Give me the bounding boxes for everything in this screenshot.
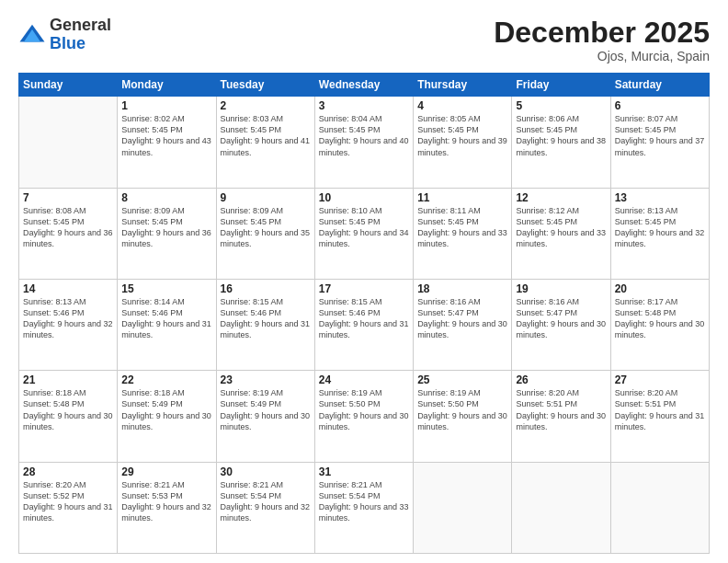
day-cell: 5Sunrise: 8:06 AMSunset: 5:45 PMDaylight…: [512, 97, 610, 188]
day-info: Sunrise: 8:09 AMSunset: 5:45 PMDaylight:…: [221, 205, 311, 250]
day-info: Sunrise: 8:02 AMSunset: 5:45 PMDaylight:…: [121, 113, 211, 158]
day-cell: 17Sunrise: 8:15 AMSunset: 5:46 PMDayligh…: [314, 279, 413, 370]
day-cell: 8Sunrise: 8:09 AMSunset: 5:45 PMDaylight…: [118, 188, 216, 279]
day-info: Sunrise: 8:08 AMSunset: 5:45 PMDaylight:…: [23, 205, 113, 250]
logo-text: General Blue: [50, 17, 111, 53]
day-info: Sunrise: 8:11 AMSunset: 5:45 PMDaylight:…: [417, 205, 507, 250]
day-cell: 16Sunrise: 8:15 AMSunset: 5:46 PMDayligh…: [216, 279, 314, 370]
day-number: 10: [319, 191, 409, 204]
day-cell: 25Sunrise: 8:19 AMSunset: 5:50 PMDayligh…: [414, 371, 512, 462]
logo-general: General: [50, 16, 111, 34]
day-number: 5: [516, 99, 606, 112]
day-cell: 29Sunrise: 8:21 AMSunset: 5:53 PMDayligh…: [118, 462, 216, 553]
day-cell: 27Sunrise: 8:20 AMSunset: 5:51 PMDayligh…: [610, 371, 709, 462]
day-cell: 15Sunrise: 8:14 AMSunset: 5:46 PMDayligh…: [118, 279, 216, 370]
day-info: Sunrise: 8:13 AMSunset: 5:45 PMDaylight:…: [615, 205, 705, 250]
day-number: 13: [615, 191, 705, 204]
day-cell: [19, 97, 118, 188]
day-info: Sunrise: 8:16 AMSunset: 5:47 PMDaylight:…: [516, 296, 606, 341]
col-thursday: Thursday: [414, 74, 512, 97]
day-cell: 2Sunrise: 8:03 AMSunset: 5:45 PMDaylight…: [216, 97, 314, 188]
day-number: 16: [221, 282, 311, 295]
col-saturday: Saturday: [610, 74, 709, 97]
day-cell: 6Sunrise: 8:07 AMSunset: 5:45 PMDaylight…: [610, 97, 709, 188]
day-number: 22: [121, 373, 211, 386]
day-info: Sunrise: 8:15 AMSunset: 5:46 PMDaylight:…: [221, 296, 311, 341]
col-monday: Monday: [118, 74, 216, 97]
day-number: 14: [23, 282, 113, 295]
day-number: 29: [121, 465, 211, 478]
day-info: Sunrise: 8:16 AMSunset: 5:47 PMDaylight:…: [417, 296, 507, 341]
day-number: 12: [516, 191, 606, 204]
day-number: 19: [516, 282, 606, 295]
day-number: 28: [23, 465, 113, 478]
day-info: Sunrise: 8:19 AMSunset: 5:49 PMDaylight:…: [221, 387, 311, 432]
day-number: 26: [516, 373, 606, 386]
day-cell: 23Sunrise: 8:19 AMSunset: 5:49 PMDayligh…: [216, 371, 314, 462]
day-cell: 20Sunrise: 8:17 AMSunset: 5:48 PMDayligh…: [610, 279, 709, 370]
day-cell: [512, 462, 610, 553]
day-number: 30: [221, 465, 311, 478]
day-cell: 22Sunrise: 8:18 AMSunset: 5:49 PMDayligh…: [118, 371, 216, 462]
week-row-2: 14Sunrise: 8:13 AMSunset: 5:46 PMDayligh…: [19, 279, 710, 370]
day-cell: 1Sunrise: 8:02 AMSunset: 5:45 PMDaylight…: [118, 97, 216, 188]
day-cell: 19Sunrise: 8:16 AMSunset: 5:47 PMDayligh…: [512, 279, 610, 370]
calendar-table: Sunday Monday Tuesday Wednesday Thursday…: [18, 73, 710, 554]
day-number: 20: [615, 282, 705, 295]
day-info: Sunrise: 8:19 AMSunset: 5:50 PMDaylight:…: [417, 387, 507, 432]
day-number: 31: [319, 465, 409, 478]
title-block: December 2025 Ojos, Murcia, Spain: [494, 17, 710, 63]
day-info: Sunrise: 8:07 AMSunset: 5:45 PMDaylight:…: [615, 113, 705, 158]
day-number: 17: [319, 282, 409, 295]
day-number: 11: [417, 191, 507, 204]
day-info: Sunrise: 8:20 AMSunset: 5:52 PMDaylight:…: [23, 479, 113, 524]
day-number: 7: [23, 191, 113, 204]
day-number: 1: [121, 99, 211, 112]
day-info: Sunrise: 8:15 AMSunset: 5:46 PMDaylight:…: [319, 296, 409, 341]
day-info: Sunrise: 8:10 AMSunset: 5:45 PMDaylight:…: [319, 205, 409, 250]
week-row-1: 7Sunrise: 8:08 AMSunset: 5:45 PMDaylight…: [19, 188, 710, 279]
page: General Blue December 2025 Ojos, Murcia,…: [0, 0, 728, 563]
day-number: 4: [417, 99, 507, 112]
logo-icon: [18, 21, 46, 49]
day-info: Sunrise: 8:18 AMSunset: 5:49 PMDaylight:…: [121, 387, 211, 432]
day-cell: 3Sunrise: 8:04 AMSunset: 5:45 PMDaylight…: [314, 97, 413, 188]
day-number: 6: [615, 99, 705, 112]
day-cell: 24Sunrise: 8:19 AMSunset: 5:50 PMDayligh…: [314, 371, 413, 462]
week-row-3: 21Sunrise: 8:18 AMSunset: 5:48 PMDayligh…: [19, 371, 710, 462]
day-info: Sunrise: 8:06 AMSunset: 5:45 PMDaylight:…: [516, 113, 606, 158]
day-cell: 28Sunrise: 8:20 AMSunset: 5:52 PMDayligh…: [19, 462, 118, 553]
day-cell: 18Sunrise: 8:16 AMSunset: 5:47 PMDayligh…: [414, 279, 512, 370]
day-info: Sunrise: 8:03 AMSunset: 5:45 PMDaylight:…: [221, 113, 311, 158]
day-info: Sunrise: 8:17 AMSunset: 5:48 PMDaylight:…: [615, 296, 705, 341]
day-number: 8: [121, 191, 211, 204]
day-number: 15: [121, 282, 211, 295]
col-wednesday: Wednesday: [314, 74, 413, 97]
month-title: December 2025: [494, 17, 710, 49]
location: Ojos, Murcia, Spain: [494, 49, 710, 63]
day-info: Sunrise: 8:19 AMSunset: 5:50 PMDaylight:…: [319, 387, 409, 432]
day-info: Sunrise: 8:21 AMSunset: 5:54 PMDaylight:…: [319, 479, 409, 524]
day-info: Sunrise: 8:12 AMSunset: 5:45 PMDaylight:…: [516, 205, 606, 250]
day-cell: [610, 462, 709, 553]
day-number: 27: [615, 373, 705, 386]
day-number: 2: [221, 99, 311, 112]
day-info: Sunrise: 8:13 AMSunset: 5:46 PMDaylight:…: [23, 296, 113, 341]
day-info: Sunrise: 8:04 AMSunset: 5:45 PMDaylight:…: [319, 113, 409, 158]
day-cell: 31Sunrise: 8:21 AMSunset: 5:54 PMDayligh…: [314, 462, 413, 553]
logo-blue: Blue: [50, 34, 85, 52]
calendar-header-row: Sunday Monday Tuesday Wednesday Thursday…: [19, 74, 710, 97]
col-tuesday: Tuesday: [216, 74, 314, 97]
day-cell: 14Sunrise: 8:13 AMSunset: 5:46 PMDayligh…: [19, 279, 118, 370]
day-info: Sunrise: 8:20 AMSunset: 5:51 PMDaylight:…: [615, 387, 705, 432]
day-cell: 7Sunrise: 8:08 AMSunset: 5:45 PMDaylight…: [19, 188, 118, 279]
day-info: Sunrise: 8:14 AMSunset: 5:46 PMDaylight:…: [121, 296, 211, 341]
col-friday: Friday: [512, 74, 610, 97]
day-number: 21: [23, 373, 113, 386]
day-info: Sunrise: 8:18 AMSunset: 5:48 PMDaylight:…: [23, 387, 113, 432]
day-number: 9: [221, 191, 311, 204]
day-number: 18: [417, 282, 507, 295]
day-cell: 21Sunrise: 8:18 AMSunset: 5:48 PMDayligh…: [19, 371, 118, 462]
day-number: 25: [417, 373, 507, 386]
day-info: Sunrise: 8:05 AMSunset: 5:45 PMDaylight:…: [417, 113, 507, 158]
